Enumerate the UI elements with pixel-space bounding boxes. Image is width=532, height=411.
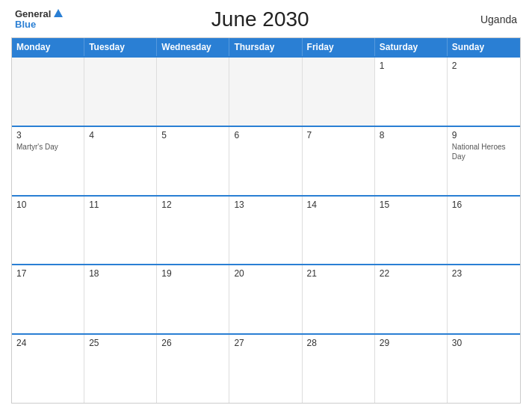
day-number: 22 (380, 268, 442, 279)
calendar-cell-row2-col6: 16 (448, 197, 520, 265)
calendar-row-1: 3Martyr's Day456789National Heroes Day (12, 126, 520, 195)
day-number: 16 (452, 200, 516, 210)
day-number: 13 (234, 200, 297, 210)
country-label: Uganda (457, 13, 517, 25)
logo: General Blue (15, 9, 63, 31)
header-tuesday: Tuesday (84, 38, 157, 56)
page: General Blue June 2030 Uganda Monday Tue… (0, 0, 532, 411)
day-number: 28 (307, 338, 370, 348)
calendar-cell-row3-col1: 18 (84, 265, 157, 333)
day-number: 5 (161, 130, 224, 140)
header: General Blue June 2030 Uganda (11, 7, 521, 31)
calendar-cell-row2-col4: 14 (303, 197, 375, 265)
calendar-cell-row1-col4: 7 (303, 127, 375, 195)
day-number: 1 (380, 61, 442, 71)
day-number: 24 (16, 338, 79, 348)
calendar-cell-row3-col6: 23 (448, 265, 520, 333)
header-friday: Friday (303, 38, 375, 56)
day-number: 12 (161, 200, 224, 210)
day-number: 25 (89, 338, 152, 348)
day-number: 15 (380, 200, 442, 210)
calendar-title: June 2030 (63, 7, 457, 31)
header-sunday: Sunday (448, 38, 520, 56)
logo-general-text: General (15, 9, 51, 19)
day-number: 11 (89, 200, 152, 210)
day-number: 8 (380, 130, 442, 140)
header-monday: Monday (12, 38, 84, 56)
calendar-cell-row4-col4: 28 (303, 335, 375, 403)
day-number: 7 (307, 130, 370, 140)
day-number: 26 (161, 338, 224, 348)
day-event: Martyr's Day (16, 142, 79, 152)
calendar-cell-row1-col2: 5 (157, 127, 229, 195)
calendar-cell-row2-col0: 10 (12, 197, 84, 265)
day-number: 29 (380, 338, 442, 348)
logo-triangle-icon (54, 9, 63, 17)
calendar-header: Monday Tuesday Wednesday Thursday Friday… (12, 38, 520, 56)
day-number: 19 (161, 268, 224, 279)
day-number: 23 (452, 268, 516, 279)
calendar-cell-row4-col1: 25 (84, 335, 157, 403)
calendar-cell-row1-col3: 6 (229, 127, 302, 195)
calendar-cell-row3-col3: 20 (229, 265, 302, 333)
day-number: 17 (16, 268, 79, 279)
calendar-cell-row4-col0: 24 (12, 335, 84, 403)
calendar-cell-row2-col2: 12 (157, 197, 229, 265)
calendar-row-4: 24252627282930 (12, 333, 520, 403)
calendar-row-2: 10111213141516 (12, 195, 520, 265)
day-number: 2 (452, 61, 516, 71)
day-number: 30 (452, 338, 516, 348)
day-number: 9 (452, 130, 516, 140)
calendar-cell-row1-col5: 8 (375, 127, 448, 195)
calendar-cell-row0-col3 (229, 58, 302, 126)
calendar-cell-row3-col4: 21 (303, 265, 375, 333)
day-number: 18 (89, 268, 152, 279)
calendar-cell-row4-col2: 26 (157, 335, 229, 403)
calendar-cell-row0-col5: 1 (375, 58, 448, 126)
calendar-body: 123Martyr's Day456789National Heroes Day… (12, 56, 520, 403)
calendar-cell-row2-col1: 11 (84, 197, 157, 265)
calendar-cell-row2-col5: 15 (375, 197, 448, 265)
calendar: Monday Tuesday Wednesday Thursday Friday… (11, 37, 521, 404)
calendar-cell-row1-col0: 3Martyr's Day (12, 127, 84, 195)
calendar-cell-row4-col5: 29 (375, 335, 448, 403)
logo-blue-text: Blue (15, 19, 63, 30)
header-saturday: Saturday (375, 38, 448, 56)
calendar-cell-row0-col6: 2 (448, 58, 520, 126)
day-event: National Heroes Day (452, 142, 516, 161)
header-wednesday: Wednesday (157, 38, 229, 56)
calendar-row-0: 12 (12, 56, 520, 126)
day-number: 20 (234, 268, 297, 279)
calendar-cell-row4-col6: 30 (448, 335, 520, 403)
day-number: 10 (16, 200, 79, 210)
day-number: 14 (307, 200, 370, 210)
calendar-cell-row1-col1: 4 (84, 127, 157, 195)
header-thursday: Thursday (229, 38, 302, 56)
day-number: 27 (234, 338, 297, 348)
calendar-cell-row4-col3: 27 (229, 335, 302, 403)
calendar-cell-row1-col6: 9National Heroes Day (448, 127, 520, 195)
calendar-cell-row2-col3: 13 (229, 197, 302, 265)
calendar-cell-row0-col1 (84, 58, 157, 126)
day-number: 6 (234, 130, 297, 140)
calendar-cell-row3-col5: 22 (375, 265, 448, 333)
calendar-cell-row0-col0 (12, 58, 84, 126)
calendar-cell-row0-col2 (157, 58, 229, 126)
calendar-cell-row0-col4 (303, 58, 375, 126)
day-number: 4 (89, 130, 152, 140)
calendar-row-3: 17181920212223 (12, 264, 520, 333)
calendar-cell-row3-col2: 19 (157, 265, 229, 333)
day-number: 3 (16, 130, 79, 140)
calendar-cell-row3-col0: 17 (12, 265, 84, 333)
day-number: 21 (307, 268, 370, 279)
